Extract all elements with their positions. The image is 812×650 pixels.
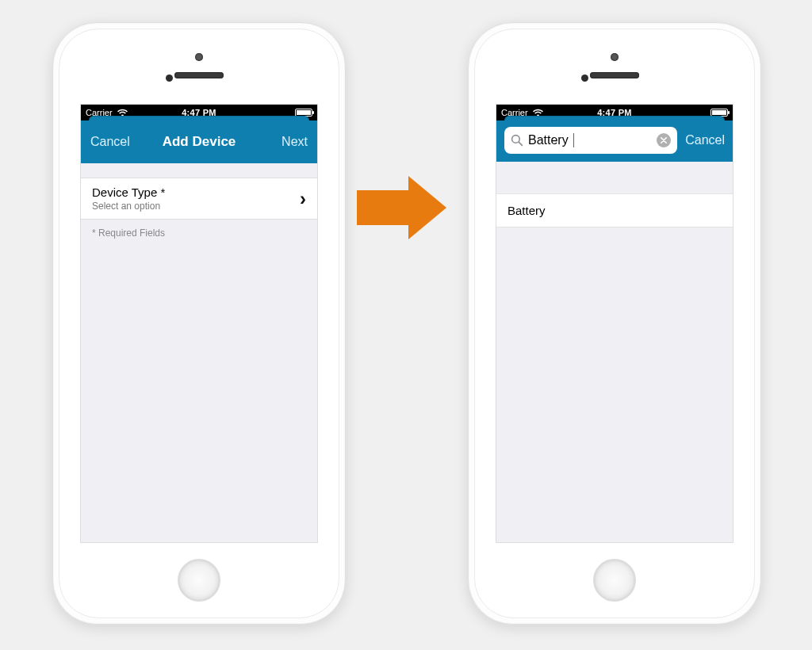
text-caret — [573, 133, 574, 147]
transition-arrow-icon — [357, 176, 452, 239]
required-fields-hint: * Required Fields — [81, 220, 317, 247]
screen-left: Carrier 4:47 PM Cancel Add Device — [80, 104, 318, 543]
chevron-right-icon: › — [300, 189, 306, 208]
screen-right: Carrier 4:47 PM — [496, 104, 733, 543]
close-icon — [661, 137, 667, 143]
search-input-text[interactable]: Battery — [528, 133, 569, 147]
device-type-placeholder: Select an option — [92, 201, 165, 212]
search-result-row[interactable]: Battery — [496, 193, 733, 228]
phone-speaker-slit — [590, 72, 639, 78]
phone-camera-dot — [195, 53, 203, 61]
home-button[interactable] — [593, 559, 636, 602]
svg-point-0 — [512, 136, 520, 143]
device-type-label: Device Type * — [92, 185, 165, 199]
search-icon — [511, 134, 523, 147]
phone-sensor-dot — [166, 75, 173, 82]
search-field[interactable]: Battery — [504, 127, 677, 154]
next-button[interactable]: Next — [282, 135, 308, 149]
svg-line-1 — [519, 142, 522, 145]
phone-frame: Carrier 4:47 PM — [474, 29, 755, 618]
phone-speaker-slit — [174, 72, 224, 78]
navbar: Cancel Add Device Next — [81, 120, 317, 163]
device-type-row[interactable]: Device Type * Select an option › — [81, 178, 317, 220]
home-button[interactable] — [178, 559, 220, 602]
search-navbar: Battery Cancel — [496, 120, 733, 162]
clear-search-button[interactable] — [657, 133, 671, 147]
phone-frame: Carrier 4:47 PM Cancel Add Device — [59, 29, 339, 618]
phone-mockup-right: Carrier 4:47 PM — [468, 22, 761, 625]
cancel-button[interactable]: Cancel — [90, 135, 130, 149]
phone-camera-dot — [611, 53, 619, 61]
phone-sensor-dot — [581, 75, 588, 82]
search-cancel-button[interactable]: Cancel — [685, 133, 725, 147]
phone-mockup-left: Carrier 4:47 PM Cancel Add Device — [52, 22, 346, 625]
